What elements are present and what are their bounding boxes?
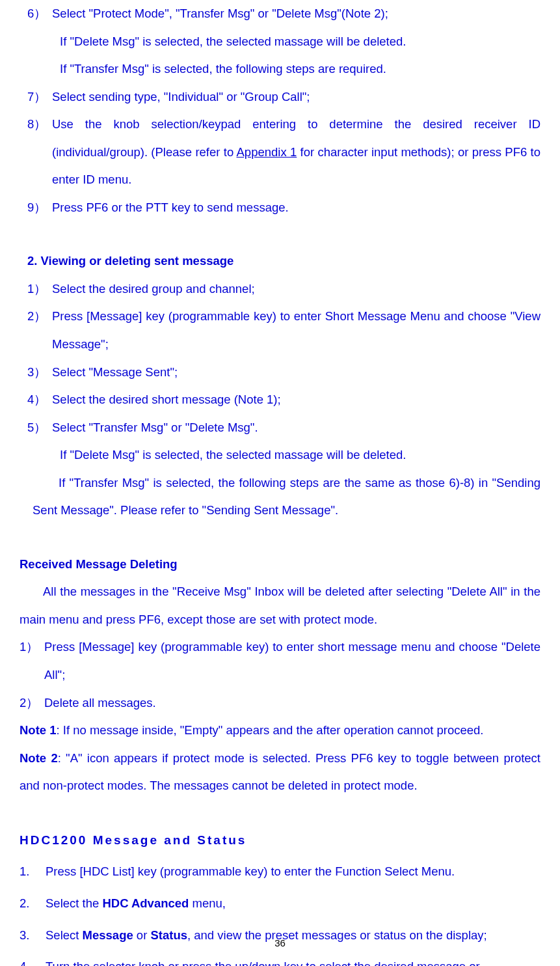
note-2: Note 2: "A" icon appears if protect mode… — [20, 745, 540, 800]
list-step-7: 7） Select sending type, "Individual" or … — [20, 83, 540, 111]
step-number: 9） — [20, 194, 52, 222]
step-text: Use the knob selection/keypad entering t… — [52, 111, 540, 194]
received-heading: Received Message Deleting — [20, 551, 540, 579]
text-pre: Select — [46, 928, 83, 942]
step-number: 4） — [20, 386, 52, 414]
hdc-step-2: 2. Select the HDC Advanced menu, — [20, 890, 540, 918]
hdc-heading: HDC1200 Message and Status — [20, 826, 540, 855]
text-post: , and view the preset messages or status… — [187, 928, 487, 942]
note-1: Note 1: If no message inside, "Empty" ap… — [20, 717, 540, 745]
note-1-text: : If no message inside, "Empty" appears … — [57, 723, 484, 737]
step-text: Select "Message Sent"; — [52, 359, 540, 387]
step-number: 7） — [20, 83, 52, 111]
step-text: Select the desired short message (Note 1… — [52, 386, 540, 414]
recv-step-1: 1） Press [Message] key (programmable key… — [20, 633, 540, 689]
sec2-tail: If "Transfer Msg" is selected, the follo… — [20, 469, 540, 525]
section-2-heading: 2. Viewing or deleting sent message — [20, 247, 540, 275]
step-number: 8） — [20, 111, 52, 194]
step-text: Press [Message] key (programmable key) t… — [52, 303, 540, 358]
step-number: 2） — [20, 303, 52, 358]
step-number: 3. — [20, 922, 46, 950]
step-text: Select "Protect Mode", "Transfer Msg" or… — [52, 0, 540, 28]
step-number: 1） — [20, 275, 52, 303]
step-text: Select the HDC Advanced menu, — [46, 890, 540, 918]
step-text: Press PF6 or the PTT key to send message… — [52, 194, 540, 222]
step-number: 6） — [20, 0, 52, 28]
step-6-sub2: If "Transfer Msg" is selected, the follo… — [20, 55, 540, 83]
page-number: 36 — [274, 932, 286, 955]
text-pre: Select the — [46, 896, 102, 910]
text-post: menu, — [189, 896, 226, 910]
list-step-6: 6） Select "Protect Mode", "Transfer Msg"… — [20, 0, 540, 28]
step-text: Select the desired group and channel; — [52, 275, 540, 303]
list-step-9: 9） Press PF6 or the PTT key to send mess… — [20, 194, 540, 222]
list-step-8: 8） Use the knob selection/keypad enterin… — [20, 111, 540, 194]
step-text: Turn the selector knob or press the up/d… — [46, 953, 540, 966]
note-1-label: Note 1 — [20, 723, 57, 737]
step-number: 2. — [20, 890, 46, 918]
step-number: 5） — [20, 414, 52, 442]
step-number: 3） — [20, 359, 52, 387]
step-number: 1） — [20, 633, 44, 689]
sec2-step-3: 3） Select "Message Sent"; — [20, 359, 540, 387]
text-mid: or — [133, 928, 151, 942]
step-text: Select "Transfer Msg" or "Delete Msg". — [52, 414, 540, 442]
text-bold2: Status — [150, 928, 187, 942]
step-text: Press [HDC List] key (programmable key) … — [46, 858, 540, 886]
step-text: Select Message or Status, and view the p… — [46, 922, 540, 950]
sec2-step-4: 4） Select the desired short message (Not… — [20, 386, 540, 414]
hdc-step-1: 1. Press [HDC List] key (programmable ke… — [20, 858, 540, 886]
text-bold1: Message — [83, 928, 133, 942]
step-number: 1. — [20, 858, 46, 886]
step-text: Press [Message] key (programmable key) t… — [44, 633, 540, 689]
appendix-link: Appendix 1 — [237, 145, 297, 159]
hdc-step-4: 4. Turn the selector knob or press the u… — [20, 953, 540, 966]
received-para: All the messages in the "Receive Msg" In… — [20, 578, 540, 633]
recv-step-2: 2） Delete all messages. — [20, 689, 540, 717]
step-number: 4. — [20, 953, 46, 966]
step-text: Select sending type, "Individual" or "Gr… — [52, 83, 540, 111]
text-bold: HDC Advanced — [102, 896, 189, 910]
step-text: Delete all messages. — [44, 689, 540, 717]
sec2-step-1: 1） Select the desired group and channel; — [20, 275, 540, 303]
step-number: 2） — [20, 689, 44, 717]
step-6-sub1: If "Delete Msg" is selected, the selecte… — [20, 28, 540, 56]
note-2-text: : "A" icon appears if protect mode is se… — [20, 751, 540, 793]
note-2-label: Note 2 — [20, 751, 58, 765]
sec2-step-2: 2） Press [Message] key (programmable key… — [20, 303, 540, 358]
sec2-step-5: 5） Select "Transfer Msg" or "Delete Msg"… — [20, 414, 540, 442]
sec2-step-5-sub1: If "Delete Msg" is selected, the selecte… — [20, 441, 540, 469]
